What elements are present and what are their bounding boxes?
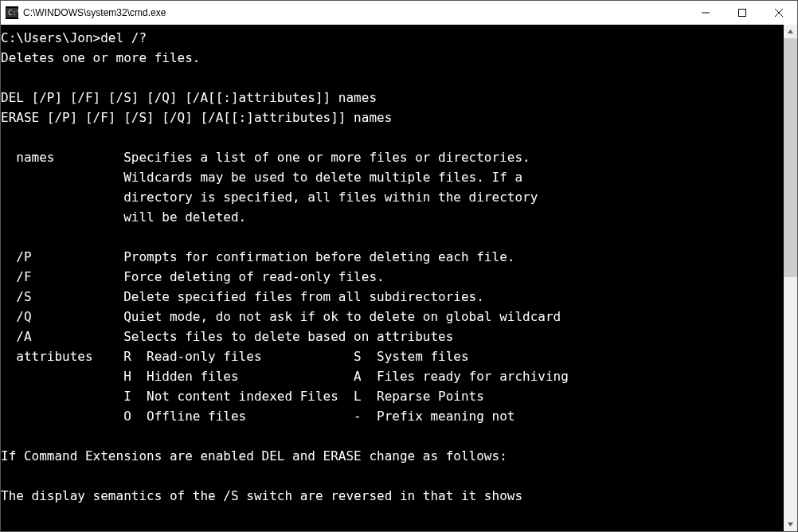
terminal-output[interactable]: C:\Users\Jon>del /? Deletes one or more … [1, 25, 784, 531]
svg-text:C:\: C:\ [8, 9, 18, 17]
cmd-icon: C:\ [6, 6, 18, 19]
scroll-up-button[interactable] [784, 25, 797, 38]
minimize-button[interactable] [687, 1, 724, 25]
svg-marker-7 [788, 29, 793, 33]
close-button[interactable] [761, 1, 797, 25]
prompt: C:\Users\Jon> [1, 30, 100, 45]
scroll-down-button[interactable] [784, 518, 797, 531]
cmd-window: C:\ C:\WINDOWS\system32\cmd.exe C:\Users… [0, 0, 798, 532]
client-area: C:\Users\Jon>del /? Deletes one or more … [1, 25, 797, 531]
titlebar[interactable]: C:\ C:\WINDOWS\system32\cmd.exe [1, 1, 797, 25]
scrollbar-track[interactable] [784, 38, 797, 518]
scrollbar-thumb[interactable] [784, 38, 797, 277]
vertical-scrollbar[interactable] [784, 25, 797, 531]
svg-rect-4 [739, 10, 746, 17]
svg-marker-8 [788, 522, 793, 526]
window-title: C:\WINDOWS\system32\cmd.exe [23, 7, 166, 18]
maximize-button[interactable] [724, 1, 761, 25]
window-controls [687, 1, 797, 25]
command-output: Deletes one or more files. DEL [/P] [/F]… [1, 50, 569, 503]
typed-command: del /? [100, 30, 147, 45]
